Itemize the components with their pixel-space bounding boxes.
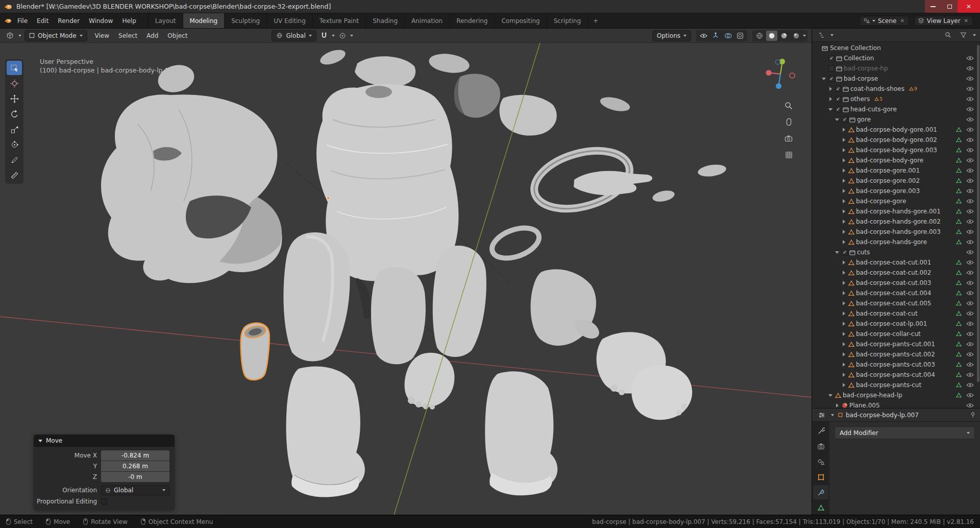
visibility-eye-icon[interactable] [966,209,974,214]
properties-tab-data[interactable] [813,500,828,515]
expand-icon[interactable] [841,341,847,347]
field-value-move-x[interactable]: -0.824 m [101,450,169,461]
visibility-eye-icon[interactable] [966,178,974,183]
shading-solid-button[interactable] [766,31,777,41]
collection-checkbox[interactable]: ✓ [835,86,841,92]
outliner-row[interactable]: bad-corpse-pants-cut.003 [812,359,980,370]
outliner-row[interactable]: bad-corpse-pants-cut.004 [812,370,980,380]
viewport-menu-object[interactable]: Object [163,30,192,41]
collection-checkbox[interactable]: ✓ [828,55,835,61]
outliner-row[interactable]: ✓others5 [812,94,980,104]
viewport-canvas[interactable]: User Perspective (100) bad-corpse | bad-… [0,43,812,515]
outliner-row[interactable]: Scene Collection [812,43,980,53]
outliner-row[interactable]: bad-corpse-hands-gore.001 [812,206,980,217]
visibility-eye-icon[interactable] [966,260,974,265]
collapse-icon[interactable] [827,106,834,112]
outliner-row[interactable]: bad-corpse-hands-gore [812,237,980,247]
viewport-menu-view[interactable]: View [90,30,114,41]
outliner-row[interactable]: bad-corpse-hands-gore.003 [812,227,980,237]
visibility-eye-icon[interactable] [966,280,974,285]
outliner-row[interactable]: bad-corpse-body-gore.003 [812,145,980,155]
outliner-row[interactable]: bad-corpse-head-lp [812,390,980,400]
outliner-editor-type-button[interactable] [816,30,827,40]
expand-icon[interactable] [841,219,847,225]
maximize-button[interactable] [941,0,958,13]
expand-icon[interactable] [827,86,834,92]
outliner-row[interactable]: ✓head-cuts-gore [812,104,980,114]
outliner-row[interactable]: ✓Collection [812,53,980,63]
gizmos-dropdown[interactable] [710,31,721,41]
menu-edit[interactable]: Edit [32,15,53,27]
tool-transform[interactable] [7,137,22,152]
properties-tab-tool[interactable] [813,424,828,438]
outliner-row[interactable]: bad-corpse-coat-cut.001 [812,257,980,268]
scene-selector[interactable]: Scene ✕ [860,16,909,26]
properties-tab-modifier[interactable] [813,485,828,499]
outliner-row[interactable]: ✓gore [812,114,980,125]
visibility-eye-icon[interactable] [966,107,974,112]
collapse-icon[interactable] [821,76,827,82]
menu-window[interactable]: Window [84,15,117,27]
outliner-row[interactable]: bad-corpse-body-gore.001 [812,125,980,135]
outliner-row[interactable]: bad-corpse-coat-cut [812,308,980,319]
workspace-tab-compositing[interactable]: Compositing [495,13,547,28]
expand-icon[interactable] [841,310,847,317]
outliner-row[interactable]: bad-corpse-coat-cut.005 [812,298,980,308]
view-layer-selector[interactable]: View Layer ✕ [914,16,973,26]
snap-toggle[interactable] [318,31,330,41]
expand-icon[interactable] [841,259,847,266]
outliner-row[interactable]: ✓bad-corpse [812,74,980,84]
tool-scale[interactable] [7,122,22,136]
outliner-row[interactable]: bad-corpse-hands-gore.002 [812,217,980,227]
collection-checkbox[interactable]: ✓ [842,249,848,255]
expand-icon[interactable] [841,198,847,204]
workspace-tab-shading[interactable]: Shading [366,13,405,28]
tool-rotate[interactable] [7,107,22,121]
editor-type-button[interactable] [4,31,15,41]
camera-view-icon[interactable] [783,133,794,144]
visibility-eye-icon[interactable] [966,352,974,357]
collapse-icon[interactable] [834,249,840,255]
expand-icon[interactable] [841,229,847,235]
minimize-button[interactable] [925,0,941,13]
outliner-row[interactable]: bad-corpse-coat-cut.003 [812,278,980,288]
tool-annotate[interactable] [7,153,22,167]
visibility-eye-icon[interactable] [966,270,974,275]
visibility-eye-icon[interactable] [966,127,974,132]
properties-tab-object[interactable] [813,470,828,484]
filter-icon[interactable] [958,30,969,40]
collection-checkbox[interactable]: ✓ [835,106,841,112]
properties-editor-type-button[interactable] [816,410,827,420]
outliner-row[interactable]: ✓coat-hands-shoes9 [812,84,980,94]
expand-icon[interactable] [841,362,847,368]
collapse-icon[interactable] [827,392,834,398]
viewport-menu-add[interactable]: Add [142,30,163,41]
expand-icon[interactable] [841,331,847,337]
outliner-row[interactable]: bad-corpse-pants-cut.002 [812,349,980,359]
visibility-eye-icon[interactable] [966,382,974,388]
outliner-row[interactable]: bad-corpse-pants-cut.001 [812,339,980,349]
expand-icon[interactable] [841,239,847,245]
close-button[interactable]: ✕ [958,0,980,13]
workspace-tab-layout[interactable]: Layout [148,13,183,28]
add-workspace-button[interactable]: + [588,13,603,28]
outliner-row[interactable]: bad-corpse-coat-lp.001 [812,319,980,329]
shading-dropdown-icon[interactable] [803,35,806,37]
collection-checkbox[interactable]: ✓ [828,76,835,82]
collection-checkbox[interactable]: ✓ [842,116,848,123]
visibility-dropdown[interactable] [698,31,709,41]
field-value-z[interactable]: -0 m [101,472,169,482]
outliner-row[interactable]: bad-corpse-collar-cut [812,329,980,339]
outliner-row[interactable]: bad-corpse-coat-cut.004 [812,288,980,298]
outliner-scrollbar[interactable] [977,45,979,382]
visibility-eye-icon[interactable] [966,321,974,326]
shading-wireframe-button[interactable] [754,31,765,41]
selected-object[interactable] [241,323,270,380]
visibility-eye-icon[interactable] [966,250,974,255]
outliner-row[interactable]: bad-corpse-gore [812,196,980,206]
outliner-row[interactable]: bad-corpse-gore.002 [812,176,980,186]
expand-icon[interactable] [841,167,847,174]
visibility-eye-icon[interactable] [966,403,974,408]
expand-icon[interactable] [841,147,847,153]
visibility-eye-icon[interactable] [966,66,974,71]
